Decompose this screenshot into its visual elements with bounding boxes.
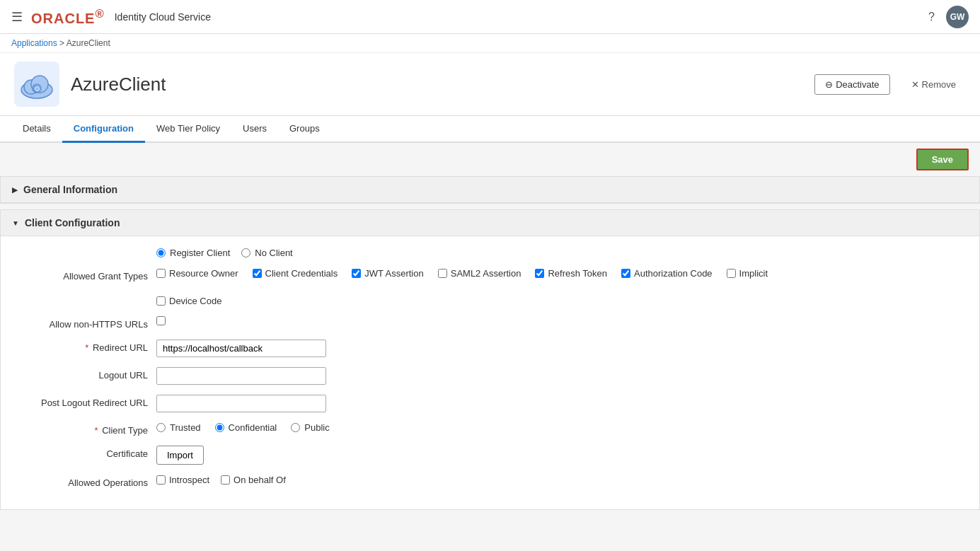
oracle-reg: ® <box>95 7 104 21</box>
introspect-checkbox[interactable] <box>156 475 166 485</box>
redirect-url-control <box>156 340 326 357</box>
tab-users[interactable]: Users <box>231 116 278 143</box>
register-client-radio[interactable] <box>156 248 166 257</box>
tab-web-tier-policy[interactable]: Web Tier Policy <box>145 116 231 143</box>
client-credentials-checkbox[interactable] <box>253 269 262 278</box>
expand-arrow-icon: ▶ <box>12 186 18 194</box>
no-client-option[interactable]: No Client <box>241 248 292 258</box>
client-configuration-section: ▼ Client Configuration Register Client N… <box>0 209 980 510</box>
on-behalf-of-label: On behalf Of <box>234 475 286 485</box>
logout-url-label: Logout URL <box>15 367 156 381</box>
breadcrumb-current: AzureClient <box>67 38 110 48</box>
breadcrumb-applications-link[interactable]: Applications <box>11 38 57 48</box>
logout-url-input[interactable] <box>156 367 326 385</box>
grant-resource-owner[interactable]: Resource Owner <box>156 268 238 279</box>
redirect-url-input[interactable] <box>156 340 326 357</box>
tab-configuration[interactable]: Configuration <box>62 116 145 143</box>
operation-introspect[interactable]: Introspect <box>156 475 209 485</box>
confidential-label: Confidential <box>229 422 277 433</box>
client-type-confidential[interactable]: Confidential <box>215 422 277 433</box>
client-type-trusted[interactable]: Trusted <box>156 422 201 433</box>
grant-client-credentials[interactable]: Client Credentials <box>253 268 338 279</box>
general-information-header[interactable]: ▶ General Information <box>1 177 979 203</box>
deactivate-label: Deactivate <box>836 79 879 90</box>
grant-refresh-token[interactable]: Refresh Token <box>535 268 607 279</box>
oracle-logo-text: ORACLE® <box>31 7 105 27</box>
top-nav: ☰ ORACLE® Identity Cloud Service ? GW <box>0 0 980 34</box>
allow-non-https-row: Allow non-HTTPS URLs <box>15 316 965 330</box>
svg-text:⚙: ⚙ <box>34 85 40 93</box>
tab-groups[interactable]: Groups <box>278 116 331 143</box>
client-configuration-title: Client Configuration <box>25 217 120 228</box>
client-configuration-header[interactable]: ▼ Client Configuration <box>1 210 979 236</box>
cloud-icon: ⚙ <box>18 69 55 100</box>
client-type-public[interactable]: Public <box>291 422 329 433</box>
breadcrumb: Applications > AzureClient <box>0 34 980 53</box>
implicit-checkbox[interactable] <box>727 269 736 278</box>
confidential-radio[interactable] <box>215 423 224 432</box>
post-logout-row: Post Logout Redirect URL <box>15 395 965 412</box>
grant-types-control: Resource Owner Client Credentials JWT As… <box>156 268 768 306</box>
grant-saml2-assertion[interactable]: SAML2 Assertion <box>438 268 521 279</box>
hamburger-menu-icon[interactable]: ☰ <box>11 9 23 25</box>
grant-types-row: Allowed Grant Types Resource Owner Clien… <box>15 268 965 306</box>
trusted-radio[interactable] <box>156 423 166 432</box>
user-avatar[interactable]: GW <box>946 6 969 28</box>
import-button[interactable]: Import <box>156 446 204 465</box>
logout-url-control <box>156 367 326 385</box>
save-button[interactable]: Save <box>916 149 969 170</box>
client-type-label: * Client Type <box>15 422 156 436</box>
allowed-operations-row: Allowed Operations Introspect On behalf … <box>15 475 965 488</box>
allow-non-https-label: Allow non-HTTPS URLs <box>15 316 156 330</box>
jwt-assertion-label: JWT Assertion <box>364 268 424 279</box>
redirect-url-label: * Redirect URL <box>15 340 156 353</box>
client-configuration-body: Register Client No Client Allowed Grant … <box>1 236 979 509</box>
operation-on-behalf-of[interactable]: On behalf Of <box>221 475 286 485</box>
help-icon[interactable]: ? <box>928 11 935 23</box>
register-client-option[interactable]: Register Client <box>156 248 230 258</box>
public-radio[interactable] <box>291 423 300 432</box>
general-information-section: ▶ General Information <box>0 176 980 204</box>
redirect-url-required: * <box>85 342 88 353</box>
saml2-assertion-label: SAML2 Assertion <box>451 268 521 279</box>
refresh-token-checkbox[interactable] <box>535 269 544 278</box>
deactivate-icon: ⊖ <box>825 79 833 90</box>
grant-jwt-assertion[interactable]: JWT Assertion <box>352 268 424 279</box>
allowed-operations-label: Allowed Operations <box>15 475 156 488</box>
authorization-code-label: Authorization Code <box>634 268 713 279</box>
jwt-assertion-checkbox[interactable] <box>352 269 361 278</box>
authorization-code-checkbox[interactable] <box>621 269 630 278</box>
grant-implicit[interactable]: Implicit <box>727 268 768 279</box>
client-type-row: * Client Type Trusted Confidential Publi… <box>15 422 965 436</box>
remove-label: Remove <box>922 79 956 90</box>
device-code-row: Device Code <box>156 296 221 306</box>
resource-owner-label: Resource Owner <box>169 268 238 279</box>
post-logout-control <box>156 395 326 412</box>
grant-authorization-code[interactable]: Authorization Code <box>621 268 713 279</box>
refresh-token-label: Refresh Token <box>548 268 607 279</box>
client-type-required: * <box>95 425 98 436</box>
app-actions: ⊖ Deactivate ✕ Remove <box>814 74 966 95</box>
client-mode-label <box>15 248 156 250</box>
grant-device-code[interactable]: Device Code <box>156 296 221 306</box>
post-logout-input[interactable] <box>156 395 326 412</box>
certificate-control: Import <box>156 446 204 465</box>
no-client-radio[interactable] <box>241 248 250 257</box>
deactivate-button[interactable]: ⊖ Deactivate <box>814 74 889 95</box>
public-label: Public <box>304 422 329 433</box>
collapse-arrow-icon: ▼ <box>12 219 19 227</box>
grant-types-list: Resource Owner Client Credentials JWT As… <box>156 268 768 279</box>
on-behalf-of-checkbox[interactable] <box>221 475 230 485</box>
allow-non-https-checkbox[interactable] <box>156 316 166 325</box>
resource-owner-checkbox[interactable] <box>156 269 166 278</box>
client-type-control: Trusted Confidential Public <box>156 422 330 433</box>
device-code-checkbox[interactable] <box>156 296 166 306</box>
app-title: Identity Cloud Service <box>115 11 211 23</box>
saml2-assertion-checkbox[interactable] <box>438 269 447 278</box>
remove-button[interactable]: ✕ Remove <box>901 75 966 94</box>
grant-types-label: Allowed Grant Types <box>15 268 156 282</box>
logout-url-row: Logout URL <box>15 367 965 385</box>
general-information-title: General Information <box>23 184 117 195</box>
tab-details[interactable]: Details <box>11 116 62 143</box>
tabs-bar: Details Configuration Web Tier Policy Us… <box>0 116 980 143</box>
